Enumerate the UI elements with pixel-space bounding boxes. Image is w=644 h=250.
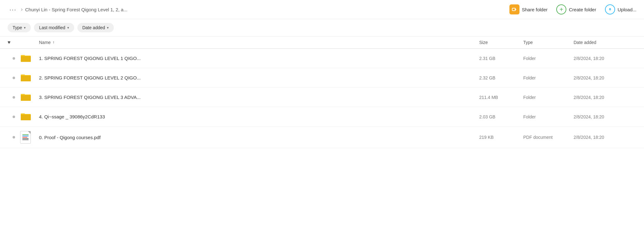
- file-size: 2.32 GB: [479, 75, 523, 80]
- type-filter-label: Type: [13, 25, 22, 30]
- upload-button[interactable]: Upload...: [605, 4, 636, 14]
- table-row[interactable]: 3. SPRING FOREST QIGONG LEVEL 3 ADVA...2…: [0, 88, 644, 107]
- type-filter-chevron-icon: ▾: [24, 26, 26, 30]
- folder-icon: [20, 92, 31, 102]
- upload-icon: [605, 4, 615, 14]
- file-name: 0. Proof - Qigong courses.pdf: [39, 135, 479, 140]
- pdf-file-icon: [20, 131, 31, 144]
- file-date: 2/8/2024, 18:20: [574, 135, 636, 140]
- file-date: 2/8/2024, 18:20: [574, 75, 636, 80]
- header-heart: ♥: [8, 40, 20, 45]
- col-type-label: Type: [523, 40, 533, 45]
- create-folder-icon: +: [556, 4, 566, 14]
- breadcrumb-area: ··· › Chunyi Lin - Spring Forest Qigong …: [8, 5, 506, 14]
- share-folder-button[interactable]: Share folder: [509, 4, 548, 14]
- folder-icon: [20, 73, 31, 83]
- file-size: 2.31 GB: [479, 56, 523, 61]
- file-type: Folder: [523, 56, 574, 61]
- last-modified-chevron-icon: ▾: [67, 26, 69, 30]
- table-row[interactable]: 2. SPRING FOREST QIGONG LEVEL 2 QIGO...2…: [0, 68, 644, 88]
- breadcrumb-chevron-icon: ›: [21, 7, 23, 12]
- favorite-dot[interactable]: [13, 116, 15, 118]
- favorite-dot[interactable]: [13, 57, 15, 60]
- table-row[interactable]: 0. Proof - Qigong courses.pdf219 KBPDF d…: [0, 127, 644, 148]
- file-list: 1. SPRING FOREST QIGONG LEVEL 1 QIGO...2…: [0, 49, 644, 148]
- file-size: 211.4 MB: [479, 95, 523, 100]
- sort-arrow-icon: ↑: [53, 40, 54, 45]
- file-name: 1. SPRING FOREST QIGONG LEVEL 1 QIGO...: [39, 56, 479, 61]
- favorite-dot[interactable]: [13, 77, 15, 79]
- date-added-filter-button[interactable]: Date added ▾: [77, 23, 114, 32]
- type-filter-button[interactable]: Type ▾: [8, 23, 31, 32]
- col-date-label: Date added: [574, 40, 596, 45]
- file-name: 2. SPRING FOREST QIGONG LEVEL 2 QIGO...: [39, 75, 479, 80]
- folder-icon: [20, 111, 31, 122]
- more-options-button[interactable]: ···: [8, 5, 19, 14]
- file-size: 2.03 GB: [479, 114, 523, 119]
- last-modified-filter-label: Last modified: [39, 25, 65, 30]
- table-row[interactable]: 1. SPRING FOREST QIGONG LEVEL 1 QIGO...2…: [0, 49, 644, 68]
- file-type: Folder: [523, 114, 574, 119]
- file-type: Folder: [523, 75, 574, 80]
- header-name-col[interactable]: Name ↑: [39, 40, 479, 45]
- file-name: 4. Qi~ssage _ 39086y2CdR133: [39, 114, 479, 119]
- breadcrumb-text: Chunyi Lin - Spring Forest Qigong Level …: [25, 7, 127, 12]
- favorite-dot[interactable]: [13, 136, 15, 139]
- header-type-col: Type: [523, 40, 574, 45]
- create-folder-label: Create folder: [569, 7, 596, 12]
- last-modified-filter-button[interactable]: Last modified ▾: [34, 23, 74, 32]
- create-folder-button[interactable]: + Create folder: [556, 4, 596, 14]
- upload-label: Upload...: [618, 7, 636, 12]
- date-added-filter-label: Date added: [82, 25, 105, 30]
- date-added-chevron-icon: ▾: [107, 26, 109, 30]
- table-row[interactable]: 4. Qi~ssage _ 39086y2CdR1332.03 GBFolder…: [0, 107, 644, 127]
- file-type: Folder: [523, 95, 574, 100]
- file-date: 2/8/2024, 18:20: [574, 56, 636, 61]
- filter-bar: Type ▾ Last modified ▾ Date added ▾: [0, 19, 644, 36]
- folder-icon: [20, 53, 31, 63]
- share-folder-icon: [509, 4, 519, 14]
- col-name-label: Name: [39, 40, 51, 45]
- favorite-dot[interactable]: [13, 96, 15, 99]
- file-date: 2/8/2024, 18:20: [574, 114, 636, 119]
- table-header: ♥ Name ↑ Size Type Date added: [0, 36, 644, 49]
- share-folder-label: Share folder: [522, 7, 548, 12]
- toolbar-actions: Share folder + Create folder Upload...: [509, 4, 636, 14]
- col-size-label: Size: [479, 40, 488, 45]
- header-date-col: Date added: [574, 40, 636, 45]
- file-type: PDF document: [523, 135, 574, 140]
- file-size: 219 KB: [479, 135, 523, 140]
- header-size-col: Size: [479, 40, 523, 45]
- file-name: 3. SPRING FOREST QIGONG LEVEL 3 ADVA...: [39, 95, 479, 100]
- top-bar: ··· › Chunyi Lin - Spring Forest Qigong …: [0, 0, 644, 19]
- file-date: 2/8/2024, 18:20: [574, 95, 636, 100]
